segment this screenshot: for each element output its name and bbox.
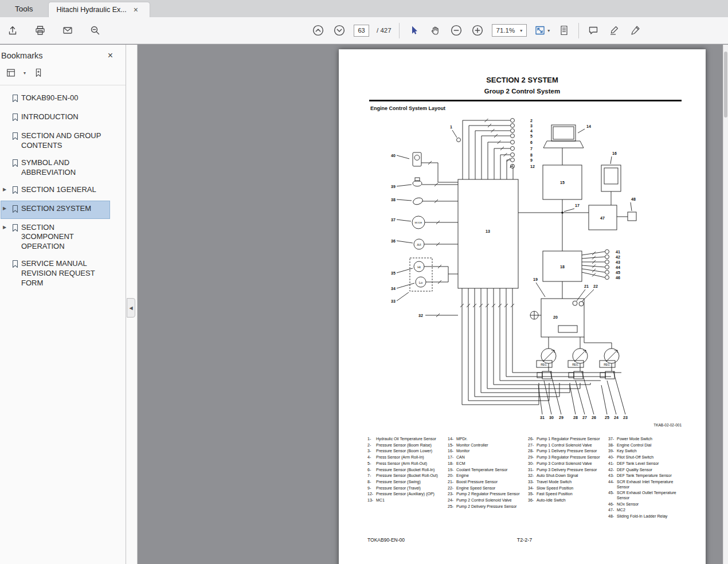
- highlight-button[interactable]: [608, 23, 621, 37]
- bookmark-icon: [11, 131, 19, 143]
- bookmark-item[interactable]: TOKAB90-EN-00: [1, 91, 109, 108]
- tab-document-label: Hitachi Hydraulic Ex...: [57, 6, 127, 14]
- chevron-down-icon: ▾: [520, 28, 522, 33]
- legend-entry: 18-ECM: [448, 461, 526, 467]
- sign-pen-icon: [630, 25, 641, 36]
- close-panel-icon[interactable]: ×: [108, 50, 113, 61]
- diagram-label: 9: [530, 158, 533, 162]
- legend-entry: 36-Auto-Idle Switch: [528, 498, 606, 503]
- footer-page-number: T2-2-7: [367, 537, 682, 543]
- legend-entry: 25-Pump 2 Delivery Pressure Sensor: [448, 504, 526, 510]
- page-number-input[interactable]: [354, 25, 369, 37]
- bookmark-icon: [11, 223, 19, 234]
- expand-caret-icon[interactable]: ▶: [3, 185, 9, 192]
- diagram-label: 28: [573, 416, 578, 420]
- print-button[interactable]: [33, 23, 47, 37]
- legend-entry: 41-DEF Tank Level Sensor: [608, 461, 687, 467]
- previous-page-button[interactable]: [311, 23, 325, 37]
- bookmark-icon: [11, 204, 19, 216]
- toolbar-divider: [399, 23, 400, 38]
- bookmark-item[interactable]: ▶SECTION 1GENERAL: [1, 182, 109, 199]
- document-viewer[interactable]: SECTION 2 SYSTEM Group 2 Control System …: [138, 45, 723, 564]
- expand-current-bookmark-icon: [33, 68, 44, 78]
- section-title: SECTION 2 SYSTEM: [339, 76, 706, 84]
- page-scrolling-button[interactable]: [557, 23, 571, 37]
- legend-entry: 12-Pressure Sensor (Auxiliary) (OP): [367, 492, 446, 497]
- tab-document[interactable]: Hitachi Hydraulic Ex... ×: [48, 2, 150, 17]
- bookmark-item[interactable]: INTRODUCTION: [1, 109, 109, 127]
- page-footer: TOKAB90-EN-00 T2-2-7: [367, 537, 682, 543]
- zoom-out-button[interactable]: [449, 23, 463, 37]
- diagram-label: 40: [391, 154, 396, 158]
- zoom-level-select[interactable]: 71.1% ▾: [492, 24, 527, 37]
- legend-entry: 28-Pump 1 Delivery Pressure Sensor: [528, 449, 606, 454]
- figure-code: TKAB-02-02-001: [369, 423, 682, 427]
- select-tool-button[interactable]: [407, 23, 421, 37]
- share-icon: [7, 25, 18, 36]
- diagram-label: 31: [540, 416, 545, 420]
- expand-caret-icon[interactable]: ▶: [3, 204, 9, 211]
- expand-caret-icon[interactable]: ▶: [3, 223, 9, 230]
- legend-entry: 46-NOx Sensor: [608, 502, 687, 507]
- legend-entry: 17-CAN: [448, 455, 526, 460]
- bookmark-item[interactable]: ▶SECTION 3COMPONENT OPERATION: [1, 220, 109, 255]
- page-scrolling-icon: [558, 25, 570, 36]
- legend-entry: 21-Boost Pressure Sensor: [448, 480, 526, 485]
- diagram-label: Hi: [417, 265, 421, 269]
- hand-tool-button[interactable]: [428, 23, 442, 37]
- bookmark-item[interactable]: ▶SECTION 2SYSTEM: [1, 201, 109, 218]
- diagram-label: 26: [592, 416, 596, 420]
- legend-entry: 43-DEF Tank Temperature Sensor: [608, 473, 687, 479]
- zoom-level-value: 71.1%: [496, 27, 515, 34]
- bookmark-item[interactable]: SERVICE MANUAL REVISION REQUEST FORM: [1, 256, 109, 291]
- diagram-label: 32: [418, 314, 423, 318]
- email-button[interactable]: [61, 23, 75, 37]
- diagram-label: A/I: [417, 243, 421, 246]
- group-title: Group 2 Control System: [339, 88, 706, 95]
- marquee-zoom-button[interactable]: [88, 23, 102, 37]
- toolbar-left-group: [0, 23, 102, 37]
- comment-button[interactable]: [586, 23, 600, 37]
- bookmark-item[interactable]: SYMBOL AND ABBREVIATION: [1, 155, 109, 181]
- legend-entry: 19-Coolant Temperature Sensor: [448, 468, 526, 473]
- legend-entry: 9-Pressure Sensor (Travel): [367, 486, 446, 491]
- legend-entry: 7-Pressure Sensor (Bucket Roll-Out): [367, 473, 446, 479]
- bookmark-label: TOKAB90-EN-00: [21, 93, 78, 103]
- diagram-label: 33: [391, 299, 396, 303]
- legend-entry: 20-Engine: [448, 473, 526, 479]
- legend-entry: 30-Pump 3 Control Solenoid Valve: [528, 461, 606, 467]
- bookmarks-panel: Bookmarks × ▾ TOKAB90-EN-00INTRODUCTIONS…: [0, 45, 126, 564]
- bookmark-options-button[interactable]: [4, 66, 18, 80]
- expand-current-bookmark-button[interactable]: [32, 66, 45, 80]
- main-toolbar: / 427 71.1% ▾ ▾: [0, 17, 728, 44]
- diagram-label: 18: [560, 265, 565, 269]
- zoom-in-button[interactable]: [471, 23, 484, 37]
- diagram-label: 13: [486, 229, 490, 233]
- diagram-label: 6: [530, 140, 533, 144]
- vertical-scrollbar[interactable]: [723, 45, 728, 564]
- legend-entry: 24-Pump 2 Control Solenoid Valve: [448, 498, 526, 503]
- share-button[interactable]: [6, 23, 19, 37]
- tab-close-icon[interactable]: ×: [134, 6, 138, 14]
- scrollbar-thumb[interactable]: [724, 52, 727, 117]
- tab-tools[interactable]: Tools: [0, 0, 48, 17]
- sidebar-collapse-handle[interactable]: ◀: [127, 298, 135, 318]
- bookmark-item[interactable]: SECTION AND GROUP CONTENTS: [1, 128, 109, 154]
- diagram-label: 4: [530, 129, 533, 133]
- fit-width-button[interactable]: ▾: [534, 25, 550, 36]
- pdf-page: SECTION 2 SYSTEM Group 2 Control System …: [339, 49, 706, 564]
- zoom-out-icon: [450, 24, 463, 37]
- bookmark-label: SYMBOL AND ABBREVIATION: [21, 158, 108, 178]
- zoom-in-icon: [471, 24, 484, 37]
- bookmark-icon: [11, 112, 19, 124]
- diagram-label: 36: [391, 239, 396, 243]
- legend-entry: 22-Engine Speed Sensor: [448, 486, 526, 491]
- diagram-label: REG.: [541, 363, 547, 366]
- engine-control-diagram: 1234567891214161517474813184142434445461…: [369, 113, 682, 432]
- diagram-label: 20: [553, 315, 558, 319]
- chevron-down-icon[interactable]: ▾: [24, 70, 26, 76]
- fill-sign-button[interactable]: [629, 23, 643, 37]
- comment-icon: [588, 25, 599, 36]
- next-page-button[interactable]: [332, 23, 346, 37]
- legend-entry: 26-Pump 1 Regulator Pressure Sensor: [528, 437, 606, 442]
